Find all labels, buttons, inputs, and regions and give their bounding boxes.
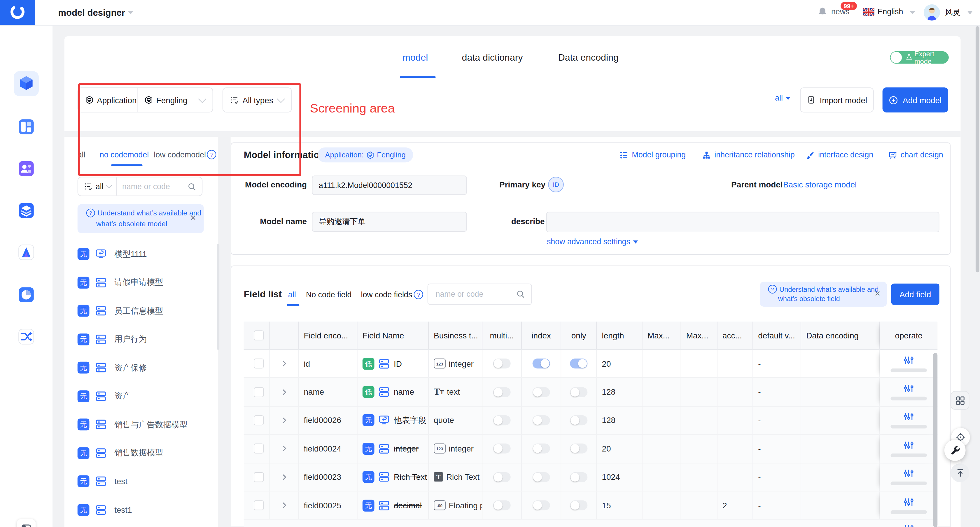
bell-icon[interactable] — [818, 7, 827, 19]
row-checkbox[interactable] — [253, 500, 263, 510]
back-to-top-button[interactable] — [951, 464, 969, 482]
model-name-input[interactable] — [312, 212, 467, 232]
row-checkbox[interactable] — [253, 387, 263, 397]
only-toggle[interactable] — [570, 359, 587, 368]
model-search-input[interactable] — [117, 182, 188, 191]
user-name[interactable]: 风灵 — [945, 8, 961, 18]
only-toggle[interactable] — [570, 500, 587, 510]
application-filter-select[interactable]: Application Fengling — [78, 87, 213, 113]
expand-chevron-icon[interactable] — [280, 502, 288, 509]
avatar[interactable] — [924, 4, 940, 21]
expand-chevron-icon[interactable] — [280, 360, 288, 368]
tune-icon[interactable] — [904, 440, 913, 450]
only-toggle[interactable] — [570, 387, 587, 397]
multi-toggle[interactable] — [493, 472, 511, 482]
sidebar-item-team[interactable] — [17, 159, 36, 178]
select-all-checkbox[interactable] — [253, 330, 263, 340]
model-list-item[interactable]: 无销售数据模型 — [78, 439, 209, 467]
tab-all-models[interactable]: all — [78, 150, 86, 159]
index-toggle[interactable] — [533, 387, 550, 397]
model-list-item[interactable]: 无test — [78, 467, 209, 495]
inheritance-relationship-link[interactable]: inheritance relationship — [703, 151, 795, 159]
expand-chevron-icon[interactable] — [280, 416, 288, 424]
expand-chevron-icon[interactable] — [280, 473, 288, 481]
tune-icon[interactable] — [904, 469, 913, 479]
parent-model-link[interactable]: Basic storage model — [783, 180, 857, 189]
wrench-button[interactable] — [944, 440, 966, 461]
search-icon[interactable] — [188, 182, 196, 191]
tab-low-code-fields[interactable]: low code fields — [361, 290, 412, 299]
model-list-item[interactable]: 无销售与广告数据模型 — [78, 410, 209, 439]
tune-icon[interactable] — [904, 497, 913, 507]
tab-no-code-model[interactable]: no codemodel — [100, 150, 149, 159]
model-encoding-input[interactable] — [312, 175, 467, 195]
help-icon[interactable]: ? — [207, 150, 216, 159]
row-checkbox[interactable] — [253, 472, 263, 482]
show-advanced-settings-link[interactable]: show advanced settings — [547, 237, 647, 246]
model-list-item[interactable]: 无请假申请模型 — [78, 268, 209, 297]
only-toggle[interactable] — [570, 472, 587, 482]
language-selector[interactable]: English — [877, 8, 903, 16]
row-checkbox[interactable] — [253, 359, 263, 368]
index-toggle[interactable] — [533, 444, 550, 454]
index-toggle[interactable] — [533, 359, 550, 368]
interface-design-link[interactable]: interface design — [806, 151, 873, 159]
tab-model[interactable]: model — [402, 52, 428, 62]
panel-grid-button[interactable] — [951, 391, 969, 410]
sidebar-item-dashboard[interactable] — [17, 117, 36, 136]
add-field-button[interactable]: Add field — [891, 284, 939, 305]
tab-data-dictionary[interactable]: data dictionary — [462, 52, 523, 62]
chart-design-link[interactable]: chart design — [889, 151, 943, 159]
sidebar-item-ai[interactable] — [17, 243, 36, 262]
model-search-filter[interactable]: all — [78, 178, 117, 195]
tab-low-code-model[interactable]: low codemodel — [154, 150, 206, 159]
sidebar-item-flow[interactable] — [17, 327, 36, 346]
model-list-item[interactable]: 无资产 — [78, 382, 209, 410]
index-toggle[interactable] — [533, 500, 550, 510]
tab-no-code-field[interactable]: No code field — [306, 290, 352, 299]
import-model-button[interactable]: Import model — [800, 87, 874, 113]
table-scrollbar[interactable] — [933, 353, 937, 527]
only-toggle[interactable] — [570, 415, 587, 425]
model-grouping-link[interactable]: Model grouping — [620, 151, 686, 159]
type-filter-select[interactable]: All types — [223, 87, 292, 113]
index-toggle[interactable] — [533, 472, 550, 482]
multi-toggle[interactable] — [493, 444, 511, 454]
window-scrollbar[interactable] — [975, 26, 979, 272]
model-list-item[interactable]: 无test1 — [78, 495, 209, 524]
scope-dropdown[interactable]: all — [775, 94, 791, 102]
model-list-item[interactable]: 无模型1111 — [78, 240, 209, 268]
field-search-input[interactable] — [428, 290, 516, 298]
tune-icon[interactable] — [904, 524, 913, 527]
row-checkbox[interactable] — [253, 415, 263, 425]
tune-icon[interactable] — [904, 384, 913, 394]
tab-data-encoding[interactable]: Data encoding — [558, 52, 619, 62]
model-list-item[interactable]: 无用户行为 — [78, 325, 209, 353]
expert-mode-toggle[interactable]: Expert mode — [890, 51, 948, 64]
multi-toggle[interactable] — [493, 359, 511, 368]
model-list-item[interactable]: 无员工信息模型 — [78, 297, 209, 325]
only-toggle[interactable] — [570, 444, 587, 454]
tab-all-fields[interactable]: all — [288, 290, 296, 299]
model-list-item[interactable]: 无资产保修 — [78, 354, 209, 382]
title-dropdown-caret-icon[interactable] — [128, 11, 133, 14]
add-model-button[interactable]: Add model — [883, 87, 948, 113]
sidebar-item-layers[interactable] — [17, 201, 36, 220]
multi-toggle[interactable] — [493, 415, 511, 425]
tune-icon[interactable] — [904, 355, 913, 365]
multi-toggle[interactable] — [493, 500, 511, 510]
expand-chevron-icon[interactable] — [280, 388, 288, 396]
row-checkbox[interactable] — [253, 444, 263, 454]
sidebar-item-chart[interactable] — [17, 285, 36, 304]
expand-chevron-icon[interactable] — [280, 445, 288, 452]
app-logo[interactable] — [0, 0, 35, 25]
collapse-sidebar-button[interactable] — [17, 519, 36, 527]
describe-input[interactable] — [546, 212, 939, 232]
sidebar-item-model-designer[interactable] — [14, 71, 39, 96]
index-toggle[interactable] — [533, 415, 550, 425]
close-icon[interactable]: ✕ — [874, 290, 881, 297]
search-icon[interactable] — [516, 290, 525, 298]
tune-icon[interactable] — [904, 412, 913, 422]
multi-toggle[interactable] — [493, 387, 511, 397]
model-list-scrollbar[interactable] — [217, 244, 220, 350]
